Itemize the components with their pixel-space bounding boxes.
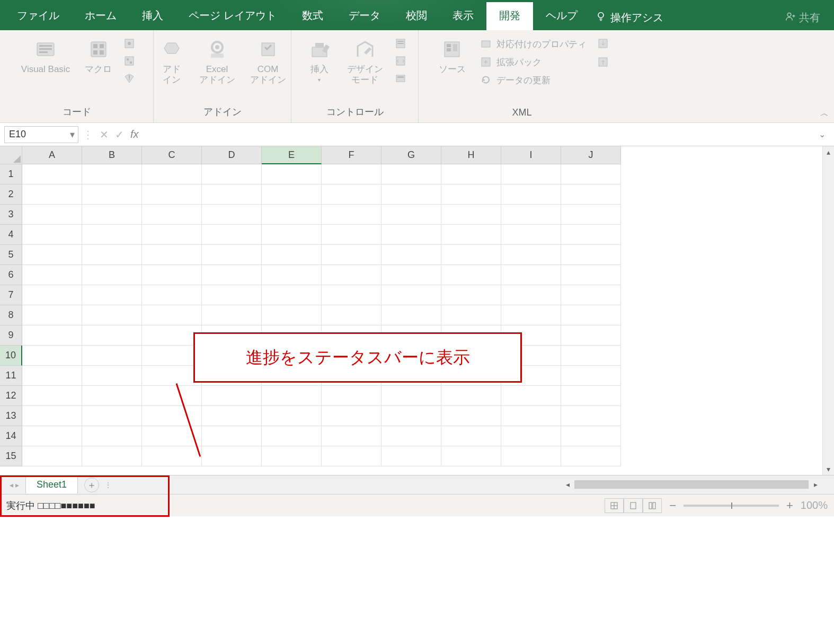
btn-addins[interactable]: アド イン [156, 36, 188, 87]
column-header[interactable]: J [561, 146, 621, 164]
row-header[interactable]: 8 [0, 305, 22, 325]
cell[interactable] [561, 325, 621, 346]
column-header[interactable]: I [501, 146, 561, 164]
cell[interactable] [202, 386, 262, 406]
tab-split-handle[interactable]: ⋮ [104, 481, 112, 489]
view-normal-button[interactable] [605, 498, 624, 513]
horizontal-scrollbar[interactable]: ◂ ▸ [562, 479, 821, 490]
row-header[interactable]: 15 [0, 446, 22, 466]
column-header[interactable]: C [142, 146, 202, 164]
cancel-icon[interactable]: ✕ [100, 128, 109, 141]
row-header[interactable]: 10 [0, 346, 22, 366]
cell[interactable] [22, 225, 82, 245]
cell[interactable] [441, 426, 501, 446]
cell[interactable] [381, 446, 441, 466]
cell[interactable] [381, 164, 441, 184]
cell[interactable] [441, 285, 501, 305]
btn-map-props[interactable]: 対応付けのプロパティ [477, 37, 589, 51]
cell[interactable] [501, 164, 561, 184]
cell[interactable] [142, 446, 202, 466]
row-header[interactable]: 4 [0, 225, 22, 245]
btn-expansion-pack[interactable]: 拡張パック [477, 55, 589, 69]
record-macro-icon[interactable] [123, 38, 135, 51]
row-header[interactable]: 11 [0, 366, 22, 386]
cell[interactable] [381, 184, 441, 205]
cell[interactable] [22, 305, 82, 325]
row-header[interactable]: 12 [0, 386, 22, 406]
cell[interactable] [501, 225, 561, 245]
column-header[interactable]: B [82, 146, 142, 164]
cell[interactable] [322, 285, 381, 305]
cell[interactable] [322, 225, 381, 245]
cell[interactable] [381, 265, 441, 285]
btn-design-mode[interactable]: デザイン モード [344, 36, 386, 87]
cell[interactable] [441, 205, 501, 225]
scroll-right-icon[interactable]: ▸ [810, 480, 821, 489]
cell[interactable] [441, 184, 501, 205]
cell[interactable] [202, 245, 262, 265]
cell[interactable] [262, 225, 322, 245]
cell[interactable] [381, 225, 441, 245]
cell[interactable] [561, 245, 621, 265]
cell[interactable] [142, 386, 202, 406]
cell[interactable] [322, 205, 381, 225]
cell[interactable] [501, 406, 561, 426]
cell[interactable] [202, 285, 262, 305]
cell[interactable] [22, 285, 82, 305]
view-page-break-button[interactable] [643, 498, 662, 513]
cell[interactable] [142, 285, 202, 305]
row-header[interactable]: 2 [0, 184, 22, 205]
cell[interactable] [202, 265, 262, 285]
cell[interactable] [82, 265, 142, 285]
cell[interactable] [381, 205, 441, 225]
export-xml-icon[interactable] [597, 56, 609, 69]
cell[interactable] [441, 265, 501, 285]
relative-ref-icon[interactable] [123, 55, 135, 68]
cell[interactable] [22, 406, 82, 426]
cell[interactable] [322, 245, 381, 265]
cell[interactable] [142, 406, 202, 426]
row-header[interactable]: 6 [0, 265, 22, 285]
cell[interactable] [441, 406, 501, 426]
scroll-left-icon[interactable]: ◂ [562, 480, 573, 489]
cell[interactable] [142, 305, 202, 325]
options-dots-icon[interactable]: ⋮ [83, 128, 93, 141]
cell[interactable] [82, 184, 142, 205]
cell[interactable] [501, 205, 561, 225]
cell[interactable] [82, 325, 142, 346]
cell[interactable] [381, 285, 441, 305]
cell[interactable] [82, 164, 142, 184]
cell[interactable] [441, 386, 501, 406]
column-header[interactable]: D [202, 146, 262, 164]
cell[interactable] [22, 265, 82, 285]
cell[interactable] [501, 245, 561, 265]
column-header[interactable]: E [262, 146, 322, 164]
cell[interactable] [82, 386, 142, 406]
tab-page-layout[interactable]: ページ レイアウト [176, 2, 289, 30]
cell[interactable] [22, 184, 82, 205]
cells-area[interactable] [22, 164, 621, 475]
macro-security-icon[interactable]: ! [123, 73, 135, 86]
cell[interactable] [262, 305, 322, 325]
cell[interactable] [262, 265, 322, 285]
vertical-scrollbar[interactable]: ▴ ▾ [822, 146, 834, 475]
cell[interactable] [322, 265, 381, 285]
row-header[interactable]: 1 [0, 164, 22, 184]
cell[interactable] [142, 184, 202, 205]
cell[interactable] [22, 366, 82, 386]
row-header[interactable]: 7 [0, 285, 22, 305]
cell[interactable] [381, 426, 441, 446]
cell[interactable] [202, 426, 262, 446]
cell[interactable] [441, 245, 501, 265]
column-header[interactable]: G [381, 146, 441, 164]
cell[interactable] [381, 406, 441, 426]
tab-file[interactable]: ファイル [4, 2, 72, 30]
cell[interactable] [322, 406, 381, 426]
scroll-up-icon[interactable]: ▴ [823, 146, 834, 158]
cell[interactable] [561, 305, 621, 325]
cell[interactable] [501, 184, 561, 205]
cell[interactable] [381, 305, 441, 325]
cell[interactable] [82, 245, 142, 265]
view-code-icon[interactable] [395, 55, 406, 68]
cell[interactable] [142, 164, 202, 184]
